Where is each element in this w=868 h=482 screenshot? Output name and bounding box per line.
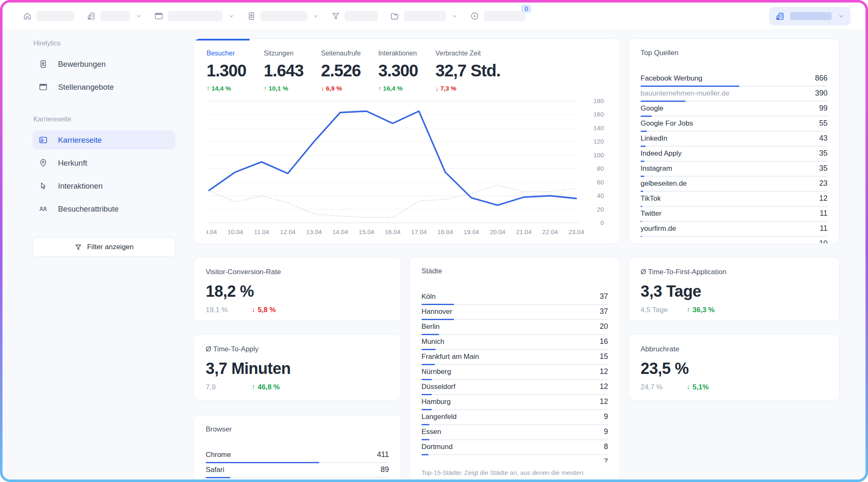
svg-text:09.04: 09.04 bbox=[207, 228, 217, 235]
svg-text:120: 120 bbox=[593, 138, 604, 145]
list-item: Instagram35 bbox=[641, 164, 828, 179]
svg-text:20: 20 bbox=[597, 206, 604, 213]
list-item-bar bbox=[641, 86, 828, 87]
list-item-label: gelbeseiten.de bbox=[641, 179, 687, 188]
sidebar-item-stellenangebote[interactable]: Stellenangebote bbox=[33, 78, 175, 96]
placeholder-field bbox=[100, 11, 130, 21]
browser-card: Browser Chrome411Safari89Facebook33 bbox=[194, 415, 401, 479]
kpi-title: Ø Time-To-Apply bbox=[206, 345, 389, 353]
sidebar-item-herkunft[interactable]: Herkunft bbox=[33, 154, 175, 172]
sidebar-item-besucherattribute[interactable]: Besucherattribute bbox=[33, 199, 175, 218]
sidebar-item-interaktionen[interactable]: Interaktionen bbox=[33, 177, 175, 195]
list-item-label: Langenfeld bbox=[421, 413, 457, 421]
list-item: Hannover37 bbox=[421, 307, 608, 322]
list-item: Twitter11 bbox=[641, 209, 828, 224]
list-item-bar bbox=[421, 349, 608, 350]
app-window: 0 HirelyticsBewerbungenStellenangeboteKa… bbox=[3, 3, 865, 479]
list-item-value: 12 bbox=[600, 382, 608, 391]
id-card-control[interactable] bbox=[247, 11, 319, 21]
sidebar-item-karriereseite[interactable]: Karriereseite bbox=[33, 131, 175, 149]
list-item-bar bbox=[421, 394, 608, 395]
list-item-value: 8 bbox=[604, 442, 608, 451]
kpi-previous-value: 19,1 % bbox=[206, 306, 252, 314]
browser-card-icon bbox=[38, 135, 48, 145]
list-item-value: 7 bbox=[604, 457, 608, 462]
cursor-icon bbox=[38, 181, 48, 191]
target-control[interactable]: 0 bbox=[470, 11, 525, 21]
list-item-label: Frankfurt am Main bbox=[421, 353, 479, 361]
svg-text:14.04: 14.04 bbox=[333, 228, 348, 235]
window-icon bbox=[154, 11, 164, 21]
window-control[interactable] bbox=[154, 11, 235, 21]
folder-bookmark-control[interactable] bbox=[390, 11, 458, 21]
trend-arrow-icon: ↑ bbox=[686, 306, 690, 314]
cities-list: Köln37Hannover37Berlin20Munich16Frankfur… bbox=[421, 292, 608, 462]
show-filters-button[interactable]: Filter anzeigen bbox=[33, 237, 175, 257]
list-item-value: 55 bbox=[819, 119, 828, 128]
list-item-label: Köln bbox=[421, 293, 436, 301]
list-item-bar bbox=[421, 439, 608, 440]
list-item-value: 12 bbox=[600, 397, 608, 406]
list-item-value: 12 bbox=[819, 194, 828, 203]
list-item: Chrome411 bbox=[206, 450, 389, 465]
chevron-down-icon bbox=[228, 13, 235, 20]
list-item-label: yourfirm.de bbox=[641, 225, 676, 233]
stat-tab-interaktionen[interactable]: Interaktionen3.300↑ 16,4 % bbox=[378, 50, 418, 92]
list-item-bar bbox=[421, 364, 608, 365]
workspace-placeholder bbox=[790, 12, 832, 20]
stat-tab-verbrachte-zeit[interactable]: Verbrachte Zeit32,7 Std.↓ 7,3 % bbox=[436, 50, 501, 92]
main-content: Besucher1.300↑ 14,4 %Sitzungen1.643↑ 10,… bbox=[194, 30, 865, 479]
id-card-icon bbox=[247, 11, 256, 21]
filter-button-label: Filter anzeigen bbox=[87, 243, 134, 251]
svg-text:40: 40 bbox=[597, 192, 604, 199]
svg-text:140: 140 bbox=[593, 124, 604, 131]
list-item: Berlin20 bbox=[421, 322, 608, 337]
app-body: HirelyticsBewerbungenStellenangeboteKarr… bbox=[3, 30, 865, 479]
top-sources-card: Top Quellen Facebook Werbung866bauuntern… bbox=[628, 38, 840, 244]
svg-text:22.04: 22.04 bbox=[542, 228, 558, 235]
home-icon bbox=[23, 11, 32, 21]
chevron-down-icon bbox=[451, 13, 458, 20]
list-item-label: Munich bbox=[421, 338, 444, 346]
list-item: bauunternehmen-mueller.de390 bbox=[641, 89, 828, 104]
stat-tab-besucher[interactable]: Besucher1.300↑ 14,4 % bbox=[207, 50, 246, 92]
list-item: LinkedIn43 bbox=[641, 134, 828, 149]
abort-rate-card: Abbruchrate 23,5 % 24,7 % ↓ 5,1% bbox=[628, 334, 840, 401]
list-item-bar bbox=[641, 191, 828, 192]
building-control[interactable] bbox=[86, 11, 142, 21]
stat-tab-sitzungen[interactable]: Sitzungen1.643↑ 10,1 % bbox=[264, 50, 303, 92]
sidebar-item-label: Stellenangebote bbox=[58, 83, 114, 92]
list-item-label: Indeed Apply bbox=[641, 149, 681, 158]
list-item-value: 9 bbox=[604, 412, 608, 421]
list-item-bar bbox=[421, 334, 608, 335]
stat-label: Interaktionen bbox=[378, 50, 418, 57]
list-item-bar bbox=[421, 424, 608, 425]
list-item-bar bbox=[421, 319, 608, 320]
list-item-bar bbox=[641, 221, 828, 222]
stat-label: Sitzungen bbox=[264, 50, 303, 57]
list-item-label: Hannover bbox=[421, 308, 452, 316]
list-item-bar bbox=[641, 116, 828, 117]
list-item: Indeed Apply35 bbox=[641, 149, 828, 164]
list-item: yourfirm.de11 bbox=[641, 224, 828, 239]
workspace-selector[interactable] bbox=[769, 7, 850, 25]
list-item-bar bbox=[641, 206, 828, 207]
svg-text:0: 0 bbox=[601, 219, 604, 226]
stat-delta: ↑ 14,4 % bbox=[207, 85, 246, 92]
sidebar-item-label: Bewerbungen bbox=[58, 60, 106, 69]
list-item-label: Hamburg bbox=[421, 398, 451, 406]
list-item-bar bbox=[641, 146, 828, 147]
list-item-bar bbox=[421, 304, 608, 305]
svg-text:11.04: 11.04 bbox=[254, 228, 269, 235]
cities-card: Städte Köln37Hannover37Berlin20Munich16F… bbox=[409, 257, 620, 479]
stat-tab-seitenaufrufe[interactable]: Seitenaufrufe2.526↓ 6,9 % bbox=[321, 50, 361, 92]
list-item-label: Safari bbox=[206, 466, 224, 474]
svg-text:13.04: 13.04 bbox=[306, 228, 322, 235]
list-item-bar bbox=[641, 131, 828, 132]
sidebar-item-bewerbungen[interactable]: Bewerbungen bbox=[33, 55, 175, 73]
funnel-control[interactable] bbox=[331, 11, 378, 21]
list-item: Google For Jobs55 bbox=[641, 119, 828, 134]
stat-value: 1.643 bbox=[264, 61, 303, 80]
home-control[interactable] bbox=[23, 11, 75, 21]
building-icon bbox=[775, 11, 785, 21]
